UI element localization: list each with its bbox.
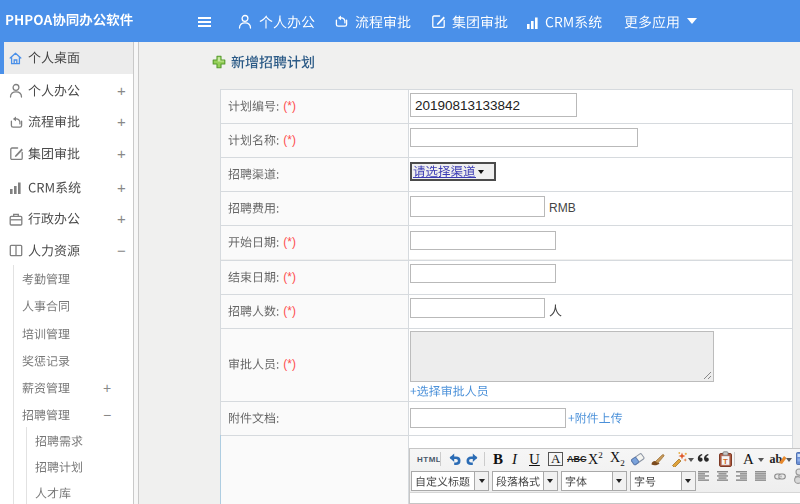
svg-text:T: T bbox=[723, 457, 728, 466]
